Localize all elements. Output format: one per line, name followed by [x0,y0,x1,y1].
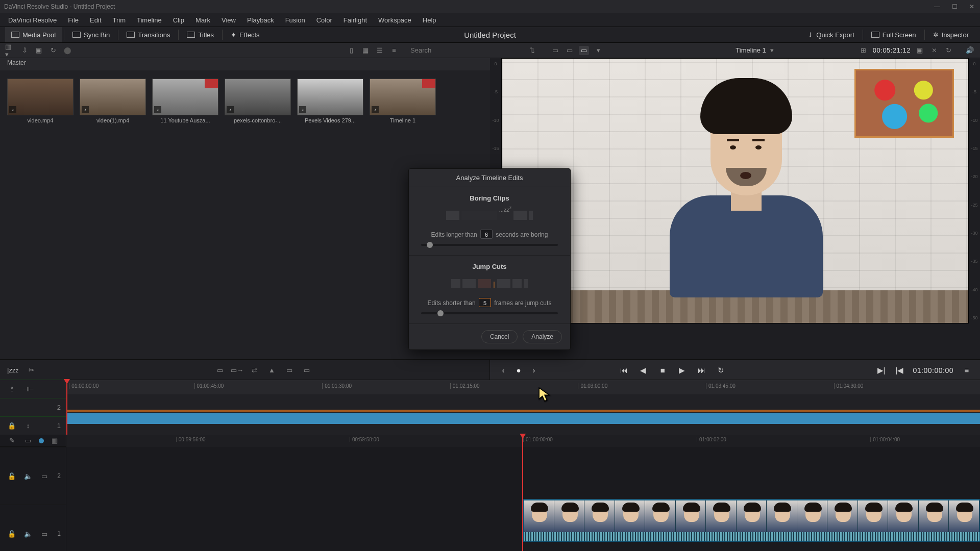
quick-export-button[interactable]: ⤓ Quick Export [801,27,860,42]
sort-icon[interactable]: ⇅ [527,46,537,55]
titles-button[interactable]: Titles [181,27,220,42]
mute-icon[interactable]: 🔈 [22,471,34,481]
lock-icon[interactable]: 🔓 [6,529,17,539]
track-header-a2[interactable]: 🔓 🔈 ▭ 2 [0,447,66,505]
playhead-timecode[interactable]: 01:00:00:00 [913,366,953,374]
timeline-name[interactable]: Timeline 1 [736,46,766,54]
jump-slider[interactable] [421,312,558,314]
go-end-icon[interactable]: ⏭ [696,366,706,374]
viewer-options-icon[interactable]: ▾ [593,46,603,55]
step-back-icon[interactable]: ◀ [638,366,648,375]
go-start-icon[interactable]: ⏮ [619,366,629,374]
prev-edit-icon[interactable]: ‹ [498,366,508,374]
media-clip[interactable]: ♪video.mp4 [7,79,74,123]
mark-out-icon[interactable]: |◀ [895,366,905,375]
view-list-icon[interactable]: ≡ [389,46,399,55]
slider-knob[interactable] [427,242,433,248]
view-thumb-icon[interactable]: ▦ [360,46,371,55]
closeup-icon[interactable]: ▲ [266,365,278,375]
audio-view-icon[interactable] [39,438,44,443]
jump-frames-input[interactable]: 5 [479,298,491,307]
transitions-button[interactable]: Transitions [120,27,176,42]
inspector-button[interactable]: ✲ Inspector [927,27,975,42]
lock-icon[interactable]: 🔒 [6,421,17,431]
menu-item[interactable]: Color [311,15,337,26]
menu-item[interactable]: Fusion [280,15,310,26]
viewer-mode-source-icon[interactable]: ▭ [550,46,560,55]
cancel-button[interactable]: Cancel [481,330,518,343]
track-header-v2[interactable]: 2 [0,398,66,416]
mark-in-icon[interactable]: ▶| [876,366,887,375]
track-color-icon[interactable]: ▭ [39,471,50,481]
import-media-icon[interactable]: ⇩ [19,46,30,55]
upper-ruler[interactable]: 01:00:00:00 01:00:45:00 01:01:30:00 01:0… [66,380,980,394]
place-on-top-icon[interactable]: ▭ [284,365,295,375]
pool-breadcrumb[interactable]: Master [0,58,490,70]
smart-insert-icon[interactable]: ▭ [214,365,226,375]
menu-item[interactable]: Help [418,15,442,26]
media-pool-button[interactable]: Media Pool [5,27,62,42]
timeline-options-icon[interactable]: ≡ [962,366,972,374]
menu-item[interactable]: Clip [168,15,189,26]
window-minimize-icon[interactable]: — [933,3,941,10]
selection-tool-icon[interactable]: ⟟ [6,384,17,394]
marker-icon[interactable]: ✎ [6,436,17,446]
viewer-mode-timeline-icon[interactable]: ▭ [579,46,589,55]
menu-item[interactable]: DaVinci Resolve [3,15,62,26]
sync-icon[interactable]: ↻ [48,46,58,55]
media-clip[interactable]: ♪11 Youtube Ausza... [152,79,218,123]
record-icon[interactable]: ⬤ [62,46,72,55]
boring-detector-icon[interactable]: |zzz [7,365,18,375]
source-overwrite-icon[interactable]: ▭ [301,365,312,375]
lower-timeline-body[interactable]: 00:59:56:00 00:59:58:00 01:00:00:00 01:0… [66,435,980,551]
playhead[interactable] [522,435,523,551]
playhead[interactable] [66,380,67,435]
av-icon[interactable]: ▥ [49,436,60,446]
mute-icon[interactable]: 🔈 [22,529,34,539]
search-input[interactable]: Search [410,46,523,54]
video-preview[interactable] [501,58,969,323]
boring-seconds-input[interactable]: 6 [480,230,493,239]
view-metadata-icon[interactable]: ▯ [346,46,356,55]
window-maximize-icon[interactable]: ☐ [950,3,959,10]
track-header-a1[interactable]: 🔓 🔈 ▭ 1 [0,505,66,551]
view-strip-icon[interactable]: ☰ [375,46,385,55]
safe-area-icon[interactable]: ⊞ [859,46,869,55]
snapshot-icon[interactable]: ▣ [915,46,925,55]
chevron-down-icon[interactable]: ▾ [770,46,774,54]
video-clip-bar[interactable] [66,413,980,424]
menu-item[interactable]: Edit [85,15,106,26]
sync-bin-button[interactable]: Sync Bin [66,27,116,42]
trim-tool-icon[interactable]: ⊣⊢ [22,384,34,394]
append-icon[interactable]: ▭→ [232,365,243,375]
bin-list-icon[interactable]: ▥ ▾ [5,46,15,55]
analyze-button[interactable]: Analyze [523,330,562,343]
lock-icon[interactable]: 🔓 [6,471,17,481]
play-icon[interactable]: ▶ [677,366,687,375]
menu-item[interactable]: Playback [242,15,279,26]
ripple-icon[interactable]: ⇄ [249,365,260,375]
menu-item[interactable]: Trim [108,15,131,26]
speaker-icon[interactable]: 🔊 [965,46,975,55]
menu-item[interactable]: Fairlight [338,15,372,26]
menu-item[interactable]: View [216,15,241,26]
current-edit-icon[interactable]: ● [513,366,524,374]
media-clip[interactable]: ♪pexels-cottonbro-... [225,79,291,123]
menu-item[interactable]: File [63,15,84,26]
video-only-icon[interactable]: ▭ [22,436,34,446]
menu-item[interactable]: Workspace [373,15,416,26]
media-clip[interactable]: ♪Timeline 1 [370,79,436,123]
stop-icon[interactable]: ■ [657,366,668,374]
full-screen-button[interactable]: Full Screen [865,27,922,42]
bypass-icon[interactable]: ⨯ [929,46,939,55]
timeline-clip[interactable] [523,499,980,542]
boring-slider[interactable] [421,244,558,246]
track-color-icon[interactable]: ▭ [39,529,50,539]
track-header-v1[interactable]: 🔒 ↕ 1 [0,416,66,435]
next-edit-icon[interactable]: › [529,366,539,374]
upper-timeline-body[interactable]: 01:00:00:00 01:00:45:00 01:01:30:00 01:0… [66,380,980,435]
media-clip[interactable]: ♪Pexels Videos 279... [297,79,363,123]
window-close-icon[interactable]: ✕ [968,3,976,10]
menu-item[interactable]: Mark [190,15,215,26]
menu-item[interactable]: Timeline [132,15,167,26]
